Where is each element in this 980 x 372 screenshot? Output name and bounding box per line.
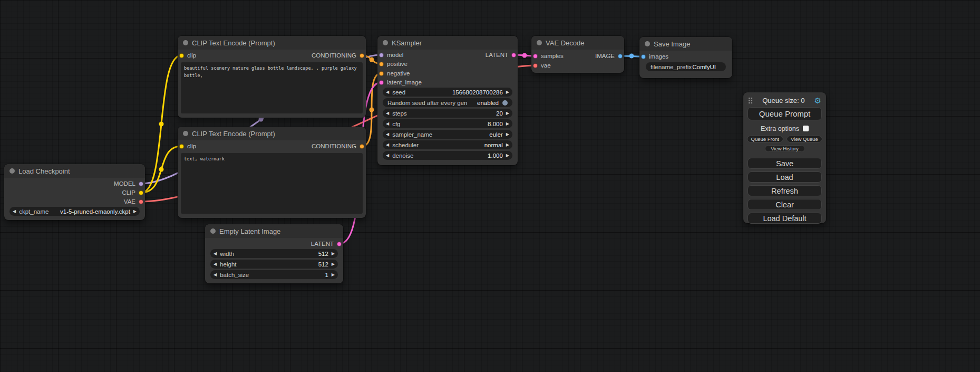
node-save-image[interactable]: Save Image images filename_prefix ComfyU…	[639, 37, 732, 78]
seed-widget[interactable]: ◀ seed 156680208700286 ▶	[383, 88, 512, 97]
collapse-dot-icon[interactable]	[183, 40, 188, 45]
image-output-dot[interactable]	[618, 54, 623, 59]
collapse-dot-icon[interactable]	[383, 40, 388, 45]
node-title-bar[interactable]: CLIP Text Encode (Prompt)	[178, 36, 366, 50]
negative-input-dot[interactable]	[379, 71, 384, 76]
node-load-checkpoint[interactable]: Load Checkpoint MODEL CLIP VAE ◀ ckpt_na…	[4, 164, 145, 220]
decrement-arrow-icon[interactable]: ◀	[383, 109, 392, 118]
steps-widget[interactable]: ◀ steps 20 ▶	[383, 109, 512, 118]
collapse-dot-icon[interactable]	[9, 168, 15, 174]
slot-label: CONDITIONING	[312, 52, 356, 59]
model-output-dot[interactable]	[139, 182, 143, 186]
clip-input-dot[interactable]	[179, 53, 184, 58]
increment-arrow-icon[interactable]: ▶	[503, 109, 512, 118]
node-title-bar[interactable]: VAE Decode	[531, 36, 624, 50]
prompt-textarea[interactable]: beautiful scenery nature glass bottle la…	[181, 62, 363, 113]
increment-arrow-icon[interactable]: ▶	[328, 270, 338, 279]
increment-arrow-icon[interactable]: ▶	[130, 207, 140, 216]
ckpt-name-widget[interactable]: ◀ ckpt_name v1-5-pruned-emaonly.ckpt ▶	[9, 207, 140, 216]
link-midpoint-dot	[522, 53, 527, 58]
conditioning-output-dot[interactable]	[360, 144, 364, 149]
toggle-dot-icon[interactable]	[502, 100, 508, 106]
vae-input-dot[interactable]	[533, 63, 538, 68]
increment-arrow-icon[interactable]: ▶	[503, 88, 512, 97]
decrement-arrow-icon[interactable]: ◀	[383, 88, 392, 97]
conditioning-output-dot[interactable]	[360, 53, 364, 58]
prompt-textarea[interactable]: text, watermark	[181, 153, 363, 214]
width-widget[interactable]: ◀ width 512 ▶	[210, 249, 338, 258]
node-vae-decode[interactable]: VAE Decode samples IMAGE vae	[531, 36, 624, 73]
model-input-dot[interactable]	[379, 53, 384, 58]
node-clip-text-encode-negative[interactable]: CLIP Text Encode (Prompt) clip CONDITION…	[178, 127, 366, 218]
increment-arrow-icon[interactable]: ▶	[328, 249, 338, 258]
clip-output-dot[interactable]	[139, 190, 143, 195]
vae-output-dot[interactable]	[139, 199, 143, 204]
slot-label: negative	[387, 70, 410, 77]
images-input-dot[interactable]	[641, 54, 646, 59]
widget-name: sampler_name	[392, 131, 432, 138]
latent-output-dot[interactable]	[337, 242, 342, 246]
extra-options-checkbox[interactable]	[803, 126, 809, 131]
collapse-dot-icon[interactable]	[645, 41, 650, 46]
node-title-bar[interactable]: KSampler	[377, 36, 518, 50]
collapse-dot-icon[interactable]	[537, 40, 542, 45]
node-clip-text-encode-positive[interactable]: CLIP Text Encode (Prompt) clip CONDITION…	[178, 36, 366, 118]
settings-gear-icon[interactable]: ⚙	[814, 97, 821, 104]
increment-arrow-icon[interactable]: ▶	[503, 130, 512, 139]
widget-value: 8.000	[488, 121, 503, 127]
load-default-button[interactable]: Load Default	[748, 213, 822, 224]
collapse-dot-icon[interactable]	[183, 131, 188, 136]
filename-prefix-widget[interactable]: filename_prefix ComfyUI	[646, 62, 726, 71]
decrement-arrow-icon[interactable]: ◀	[210, 249, 220, 258]
cfg-widget[interactable]: ◀ cfg 8.000 ▶	[383, 119, 512, 128]
node-title-bar[interactable]: Save Image	[639, 37, 732, 51]
node-title-bar[interactable]: Load Checkpoint	[4, 164, 145, 178]
latent-image-input-dot[interactable]	[379, 80, 384, 85]
link-midpoint-dot	[159, 167, 164, 172]
batch-size-widget[interactable]: ◀ batch_size 1 ▶	[210, 270, 338, 279]
link-midpoint-dot	[159, 122, 164, 127]
widget-name: filename_prefix	[651, 64, 692, 70]
output-slot-model: MODEL	[4, 179, 145, 188]
scheduler-widget[interactable]: ◀ scheduler normal ▶	[383, 140, 512, 149]
decrement-arrow-icon[interactable]: ◀	[9, 207, 19, 216]
queue-buttons-row: Queue Front View Queue	[747, 136, 822, 142]
decrement-arrow-icon[interactable]: ◀	[210, 260, 220, 269]
load-button[interactable]: Load	[748, 171, 822, 183]
collapse-dot-icon[interactable]	[210, 228, 216, 234]
view-queue-button[interactable]: View Queue	[787, 136, 823, 142]
view-history-button[interactable]: View History	[765, 145, 805, 152]
queue-prompt-button[interactable]: Queue Prompt	[748, 107, 822, 120]
widget-name: steps	[392, 110, 407, 117]
decrement-arrow-icon[interactable]: ◀	[383, 151, 392, 160]
save-button[interactable]: Save	[748, 158, 822, 169]
refresh-button[interactable]: Refresh	[748, 185, 822, 196]
latent-output-dot[interactable]	[511, 53, 516, 58]
denoise-widget[interactable]: ◀ denoise 1.000 ▶	[383, 151, 512, 160]
increment-arrow-icon[interactable]: ▶	[503, 151, 512, 160]
queue-front-button[interactable]: Queue Front	[747, 136, 783, 142]
drag-handle-icon[interactable]	[748, 97, 753, 104]
positive-input-dot[interactable]	[379, 62, 384, 66]
decrement-arrow-icon[interactable]: ◀	[383, 119, 392, 128]
node-title-bar[interactable]: Empty Latent Image	[205, 224, 343, 238]
increment-arrow-icon[interactable]: ▶	[503, 119, 512, 128]
decrement-arrow-icon[interactable]: ◀	[210, 270, 220, 279]
decrement-arrow-icon[interactable]: ◀	[383, 130, 392, 139]
height-widget[interactable]: ◀ height 512 ▶	[210, 260, 338, 269]
slot-label: LATENT	[486, 52, 508, 58]
samples-input-dot[interactable]	[533, 54, 538, 59]
random-seed-toggle-widget[interactable]: Random seed after every gen enabled	[383, 98, 512, 107]
clip-input-dot[interactable]	[179, 144, 184, 149]
clear-button[interactable]: Clear	[748, 199, 822, 210]
floating-menu[interactable]: Queue size: 0 ⚙ Queue Prompt Extra optio…	[743, 92, 826, 223]
increment-arrow-icon[interactable]: ▶	[328, 260, 338, 269]
sampler-name-widget[interactable]: ◀ sampler_name euler ▶	[383, 130, 512, 139]
node-title-bar[interactable]: CLIP Text Encode (Prompt)	[178, 127, 366, 140]
increment-arrow-icon[interactable]: ▶	[503, 140, 512, 149]
node-title: KSampler	[392, 39, 422, 47]
decrement-arrow-icon[interactable]: ◀	[383, 140, 392, 149]
node-empty-latent-image[interactable]: Empty Latent Image LATENT ◀ width 512 ▶ …	[205, 224, 343, 283]
widget-name: scheduler	[392, 142, 419, 148]
node-ksampler[interactable]: KSampler model LATENT positive negative …	[377, 36, 518, 165]
